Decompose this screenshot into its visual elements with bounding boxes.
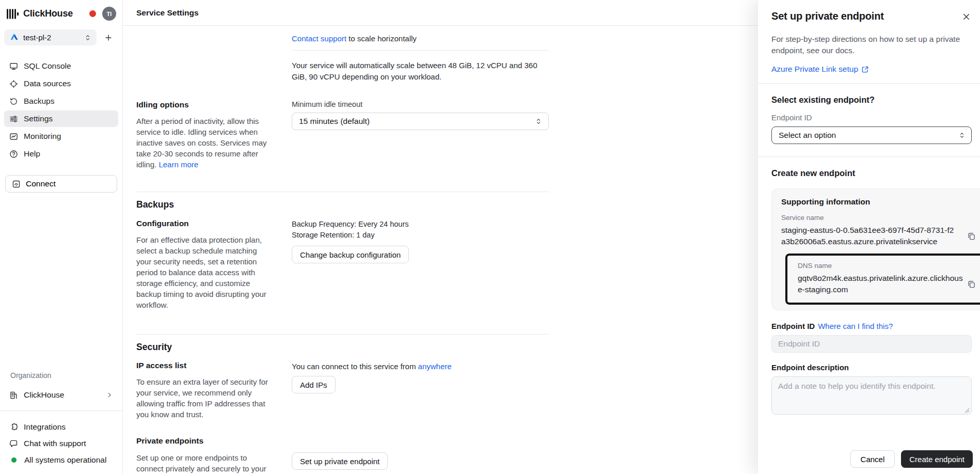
chevron-right-icon — [106, 391, 113, 399]
chevron-updown-icon — [84, 34, 91, 42]
idling-options-title: Idling options — [136, 100, 272, 109]
sidebar: ClickHouse TI test-pl-2 — [0, 0, 123, 474]
copy-icon[interactable] — [966, 279, 977, 290]
nav-label: Help — [24, 149, 40, 159]
idle-timeout-select[interactable]: 15 minutes (default) — [292, 113, 549, 130]
endpoint-description-label: Endpoint description — [771, 363, 849, 372]
copy-icon[interactable] — [966, 231, 977, 242]
dns-name-row: gqtv8o2m4k.eastus.privatelink.azure.clic… — [798, 273, 980, 295]
endpoint-id-input[interactable] — [771, 335, 972, 353]
existing-endpoint-select[interactable]: Select an option — [771, 127, 972, 144]
connect-from-text: You can connect to this service from — [292, 362, 416, 371]
sidebar-item-monitoring[interactable]: Monitoring — [4, 128, 118, 145]
nav-label: Backups — [24, 97, 54, 106]
clickhouse-logo-icon — [6, 8, 19, 20]
where-can-i-find-this-link[interactable]: Where can I find this? — [818, 322, 893, 330]
avatar[interactable]: TI — [102, 7, 116, 21]
dns-name-highlight-box: DNS name gqtv8o2m4k.eastus.privatelink.a… — [785, 254, 980, 305]
endpoint-description-label-row: Endpoint description — [758, 363, 980, 372]
cancel-button[interactable]: Cancel — [850, 450, 895, 468]
organization-item[interactable]: ClickHouse — [4, 387, 118, 403]
chevron-updown-icon — [958, 131, 966, 139]
puzzle-icon — [9, 423, 18, 432]
panel-footer: Cancel Create endpoint — [758, 450, 980, 474]
service-name-label: Service name — [781, 214, 980, 222]
integrations-label: Integrations — [24, 422, 66, 432]
scaling-contact-row: Contact support to scale horizontally — [292, 34, 757, 43]
setup-private-endpoint-button[interactable]: Set up private endpoint — [292, 452, 388, 470]
close-icon[interactable] — [960, 10, 973, 23]
scaling-suffix: to scale horizontally — [349, 34, 417, 43]
select-existing-title: Select existing endpoint? — [758, 95, 980, 105]
learn-more-link[interactable]: Learn more — [159, 160, 198, 169]
dns-name-label: DNS name — [798, 262, 980, 270]
idle-timeout-label: Minimum idle timeout — [292, 100, 549, 108]
building-icon — [9, 391, 18, 400]
private-endpoints-row: Set up one or more endpoints to connect … — [136, 452, 757, 474]
idling-options-row: Idling options After a period of inactiv… — [136, 100, 757, 170]
backup-config-title: Configuration — [136, 219, 272, 228]
settings-sliders-icon — [9, 115, 18, 123]
sidebar-item-backups[interactable]: Backups — [4, 93, 118, 109]
sidebar-nav: SQL Console Data sources Backups Setting… — [0, 58, 122, 162]
sidebar-item-help[interactable]: Help — [4, 146, 118, 162]
endpoint-id-label-row: Endpoint ID Where can I find this? — [758, 322, 980, 330]
nav-label: SQL Console — [24, 61, 71, 71]
dns-name-value: gqtv8o2m4k.eastus.privatelink.azure.clic… — [798, 273, 966, 295]
panel-title: Set up private endpoint — [771, 10, 884, 22]
backups-config-row: Configuration For an effective data prot… — [136, 219, 757, 310]
sidebar-item-chat-support[interactable]: Chat with support — [4, 436, 118, 451]
private-endpoint-panel: Set up private endpoint For step-by-step… — [757, 0, 980, 474]
divider — [136, 192, 549, 192]
supporting-information-card: Supporting information Service name stag… — [771, 188, 980, 310]
sidebar-item-settings[interactable]: Settings — [4, 110, 118, 127]
azure-docs-link-label: Azure Private Link setup — [771, 65, 858, 74]
divider — [136, 334, 549, 335]
ip-access-row: IP access list To ensure an extra layer … — [136, 361, 757, 420]
data-sources-icon — [9, 80, 18, 88]
idle-timeout-value: 15 minutes (default) — [299, 117, 370, 126]
chat-bubble-icon — [9, 439, 18, 448]
anywhere-link[interactable]: anywhere — [418, 362, 452, 371]
connect-label: Connect — [26, 179, 56, 188]
divider — [758, 83, 980, 84]
add-service-button[interactable] — [101, 30, 116, 45]
sidebar-item-data-sources[interactable]: Data sources — [4, 75, 118, 92]
service-selector-value: test-pl-2 — [23, 33, 51, 42]
create-endpoint-button[interactable]: Create endpoint — [901, 450, 973, 468]
service-selector[interactable]: test-pl-2 — [4, 29, 97, 45]
sql-console-icon — [9, 62, 18, 71]
sidebar-item-integrations[interactable]: Integrations — [4, 419, 118, 435]
page-title: Service Settings — [136, 8, 199, 18]
main-header: Service Settings — [123, 0, 757, 26]
connect-icon — [12, 180, 21, 188]
backups-icon — [9, 97, 18, 106]
organization-block: Organization ClickHouse Integrations — [0, 371, 122, 474]
add-ips-button[interactable]: Add IPs — [292, 376, 336, 393]
azure-docs-link[interactable]: Azure Private Link setup — [758, 65, 980, 74]
change-backup-config-button[interactable]: Change backup configuration — [292, 246, 409, 263]
nav-label: Data sources — [24, 79, 71, 88]
organization-name: ClickHouse — [24, 390, 64, 400]
service-name-value: staging-eastus-0-0.5a631ee3-697f-45d7-87… — [781, 225, 957, 247]
contact-support-link[interactable]: Contact support — [292, 34, 346, 43]
chevron-updown-icon — [535, 117, 542, 125]
main-content: Service Settings Contact support to scal… — [123, 0, 757, 474]
ip-access-title: IP access list — [136, 361, 272, 370]
divider — [292, 50, 549, 51]
external-link-icon — [861, 66, 869, 73]
divider — [758, 156, 980, 157]
connect-button[interactable]: Connect — [5, 175, 117, 193]
service-name-row: staging-eastus-0-0.5a631ee3-697f-45d7-87… — [781, 225, 980, 247]
system-status-item[interactable]: All systems operational — [4, 452, 118, 468]
azure-icon — [10, 34, 18, 41]
settings-body: Contact support to scale horizontally Yo… — [123, 26, 757, 474]
backup-config-description: For an effective data protection plan, s… — [136, 234, 272, 310]
sidebar-footer: Integrations Chat with support All syste… — [0, 411, 122, 474]
panel-description: For step-by-step directions on how to se… — [758, 34, 980, 56]
existing-endpoint-id-label: Endpoint ID — [758, 113, 980, 122]
sidebar-item-sql-console[interactable]: SQL Console — [4, 58, 118, 74]
private-endpoints-description: Set up one or more endpoints to connect … — [136, 452, 272, 474]
endpoint-description-textarea[interactable] — [771, 376, 972, 415]
endpoint-id-label: Endpoint ID — [771, 322, 815, 330]
